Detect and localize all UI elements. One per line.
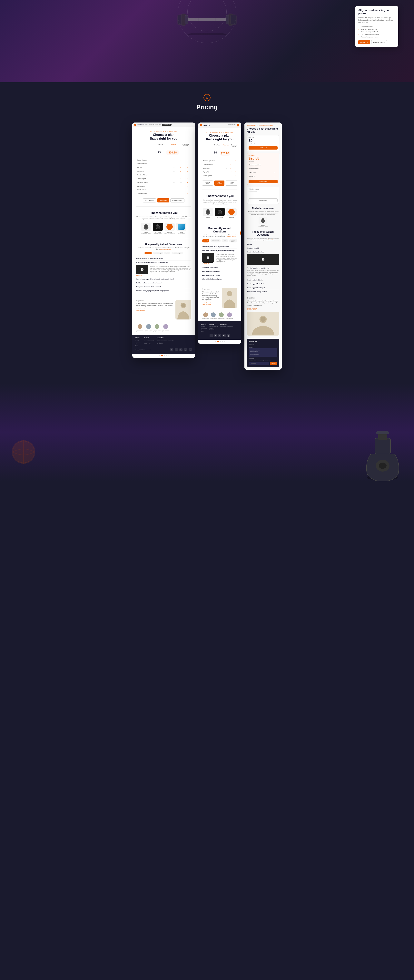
start-free-button[interactable]: Start for free (143, 198, 156, 202)
faq-right-6: Does it support Dark Mode (247, 282, 279, 286)
testimonial-section-left: ✤ godifrex "Fitness Pro is the greatest … (132, 297, 195, 323)
svg-rect-44 (376, 431, 389, 434)
faq-center-5: Does it support Live Layout (202, 273, 237, 277)
avatar-2: Bridget Breckin Freelance trainer (145, 324, 152, 332)
email-input-right[interactable] (249, 362, 269, 365)
table-row: Branding guidelines — ✓ ✓ (202, 159, 237, 162)
pricing-cards-section: Fitness Pro Pricing Community About Blog… (0, 119, 414, 383)
play-btn-center[interactable]: ▶ (207, 256, 209, 259)
tab-fitness-c[interactable]: Fitness Support (229, 239, 237, 242)
free-btn-right[interactable]: Get Started (248, 146, 277, 150)
play-right[interactable]: ▶ (262, 258, 264, 261)
design-pro-button[interactable]: Design Pro (358, 40, 370, 44)
twitter-icon[interactable]: t (175, 348, 178, 352)
tab-general[interactable]: General (145, 252, 152, 254)
table-row: Client Support — ✓ ✓ (137, 177, 191, 180)
tab-memberships-c[interactable]: Memberships (210, 239, 221, 242)
pricing-content-center: GET STRONGER WITH FITNESS PRO Choose a p… (198, 128, 241, 189)
faq-thumb-center: ▶ (202, 253, 214, 262)
table-row: Premium Courses — — ✓ (137, 181, 191, 184)
contact-sales-center[interactable]: Contact Sales (226, 180, 237, 186)
youtube-icon[interactable]: ▶ (184, 348, 187, 352)
premium-plan-box: Premium $20.88 /per month Branding guide… (247, 153, 279, 185)
tab-general-c[interactable]: General (202, 239, 209, 242)
faq-center-3: How to start with Stacks (202, 266, 237, 269)
get-started-nav[interactable]: Get Free Plan (162, 124, 172, 126)
svg-point-27 (207, 211, 209, 213)
faq-section-right: Frequently Asked Questions Join fitness … (247, 230, 279, 294)
learn-more-link[interactable]: Learn more (136, 274, 191, 276)
yt-icon-c[interactable]: ▶ (223, 334, 226, 337)
li-icon-c[interactable]: in (218, 334, 221, 337)
svg-rect-20 (158, 224, 158, 226)
faq-center-2: What is the status of my Fitness Pro mem… (202, 249, 237, 266)
faq-center-4: Does it support Dark Mode (202, 269, 237, 273)
plans-header-row: Free Trial Premium Overhead Access (136, 143, 191, 147)
plan-buttons: Start for free Get Started Contact Sales (136, 198, 191, 202)
testimonial-img-center (222, 288, 237, 308)
right-panel-content: GET STRONGER WITH FITNESS PRO Choose a p… (244, 123, 282, 370)
linkedin-icon[interactable]: in (179, 348, 183, 352)
tw-icon-c[interactable]: t (214, 334, 217, 337)
faq-thumb-right: ▶ (247, 254, 279, 265)
tab-fitness-support[interactable]: Fitness Support (172, 252, 183, 254)
find-description: Whether you're a complete beginner or yo… (136, 216, 191, 220)
fb-icon-c[interactable]: f (210, 334, 213, 337)
svg-rect-26 (207, 209, 209, 210)
facebook-icon[interactable]: f (170, 348, 173, 352)
tab-other[interactable]: Other (164, 252, 170, 254)
request-demo-button[interactable]: Request a demo (371, 40, 387, 44)
testimonial-right: ✤ godifrex "Fitness Pro is the greatest … (247, 297, 279, 336)
faq-section-center: Frequently Asked Questions Join fitness … (198, 223, 241, 285)
table-row: Custom domain — ✓ ✓ (202, 163, 237, 166)
gymnastics-icon (154, 224, 161, 230)
tab-memberships[interactable]: Memberships (153, 252, 163, 254)
get-started-button[interactable]: Get Started (157, 198, 169, 202)
pricing-heading: Choose a planthat's right for you (136, 133, 191, 140)
basketball-decoration (10, 438, 37, 466)
table-row: Design System — — ✓ (202, 174, 237, 177)
bottom-decorative-section (0, 383, 414, 481)
footer-section: Fitness PricingCommunityAboutBlog Contac… (132, 335, 195, 354)
read-more-right[interactable]: Read full story (247, 309, 279, 310)
faq-item-3: How do I does my child need to do to par… (136, 277, 191, 281)
feature-item: Track your progress easily (358, 33, 395, 36)
feature-item: Fitness Pro Client (358, 25, 395, 28)
table-row: Premium Tutorial — ✓ ✓ (137, 173, 191, 177)
support-link[interactable]: Unlimited Support (160, 248, 171, 250)
faq-right-3: How to build this template ▶ (247, 250, 279, 266)
faq-item-2: What is the status of my Fitness Pro mem… (136, 261, 191, 277)
get-started-center[interactable]: Get Started (214, 180, 224, 186)
table-row: Documents — ✓ ✓ (137, 170, 191, 173)
category-yoga: Yoga Perfect training (176, 223, 186, 234)
nav-links: Pricing Community About Blog (145, 124, 161, 125)
find-title: Find what moves you (136, 211, 191, 215)
contact-btn-right[interactable]: Contact Sales (248, 198, 277, 202)
faq-right-7: Does it support Live Layout (247, 286, 279, 290)
play-button[interactable]: ▶ (141, 268, 143, 271)
start-free-center[interactable]: Start for free (202, 180, 213, 186)
table-row: Trainor Trailpass — ✓ ✓ (137, 158, 191, 162)
card-buttons: Design Pro Request a demo (358, 40, 395, 44)
faq-description: Join fitness community now to get free u… (136, 247, 191, 250)
faq-tabs: General Memberships Other Fitness Suppor… (136, 252, 191, 254)
plan-buttons-center: Start for free Get Started Contact Sales (202, 180, 237, 186)
faq-item-1: How do I register for an in-person class… (136, 256, 191, 261)
next-arrow[interactable]: › (240, 231, 241, 235)
premium-btn-right[interactable]: Get Started (248, 180, 277, 183)
contact-sales-button[interactable]: Contact Sales (170, 198, 185, 202)
tab-other-c[interactable]: Other (222, 239, 228, 242)
faq-title-left: Frequently Asked Questions (136, 243, 191, 246)
instagram-icon[interactable]: ig (189, 348, 192, 352)
plan-free-header: Free Trial (154, 143, 166, 147)
learn-more-center[interactable]: Learn more (202, 262, 237, 264)
pagination-center (198, 340, 241, 344)
read-more-center[interactable]: Read full story (202, 304, 219, 305)
faq-right-5: How to start with Stacks (247, 278, 279, 282)
find-section-left: Find what moves you Whether you're a com… (132, 207, 195, 239)
subscribe-button-right[interactable]: Subscribe (270, 362, 277, 365)
ig-icon-c[interactable]: ig (227, 334, 230, 337)
faq-right-2: How does it work? (247, 246, 279, 250)
read-more-link[interactable]: Read full story (136, 310, 173, 311)
svg-rect-42 (375, 438, 390, 454)
